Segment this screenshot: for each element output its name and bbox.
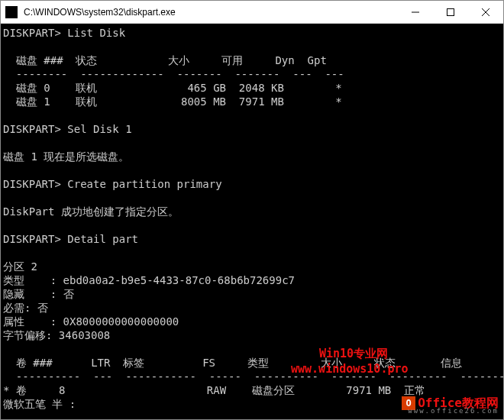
command-text: Detail part	[67, 233, 138, 245]
ime-status: 微软五笔 半 :	[3, 398, 76, 410]
output-line: 分区 2	[3, 260, 37, 273]
maximize-icon	[447, 8, 454, 16]
output-line: 磁盘 1 现在是所选磁盘。	[3, 150, 129, 163]
app-window: C:\WINDOWS\system32\diskpart.exe DISKPAR…	[0, 0, 504, 420]
output-line: 隐藏 : 否	[3, 288, 74, 300]
console-output[interactable]: DISKPART> List Disk 磁盘 ### 状态 大小 可用 Dyn …	[1, 24, 503, 419]
output-line: 属性 : 0X8000000000000000	[3, 315, 179, 328]
window-controls	[398, 1, 503, 23]
command-text: Create partition primary	[67, 178, 221, 190]
table-row: 磁盘 0 联机 465 GB 2048 KB *	[3, 82, 342, 94]
command-text: Sel Disk 1	[67, 123, 131, 135]
svg-rect-1	[447, 8, 454, 15]
app-icon	[5, 6, 18, 18]
prompt: DISKPART>	[3, 123, 61, 135]
table-header: 磁盘 ### 状态 大小 可用 Dyn Gpt	[3, 54, 327, 66]
output-line: 类型 : ebd0a0a2-b9e5-4433-87c0-68b6b72699c…	[3, 274, 295, 286]
command-text: List Disk	[67, 27, 125, 39]
prompt: DISKPART>	[3, 27, 61, 39]
window-title: C:\WINDOWS\system32\diskpart.exe	[22, 7, 398, 18]
prompt: DISKPART>	[3, 233, 61, 245]
close-button[interactable]	[468, 1, 503, 23]
watermark-brand2-sub: www.office26.com	[408, 404, 499, 418]
output-line: DiskPart 成功地创建了指定分区。	[3, 205, 179, 218]
prompt: DISKPART>	[3, 178, 61, 190]
output-line: 字节偏移: 34603008	[3, 329, 110, 341]
table-row: 磁盘 1 联机 8005 MB 7971 MB *	[3, 95, 342, 108]
table-divider: ---------- --- ----------- ----- -------…	[3, 370, 503, 383]
output-line: 必需: 否	[3, 302, 48, 314]
table-row: * 卷 8 RAW 磁盘分区 7971 MB 正常	[3, 384, 425, 396]
minimize-icon	[412, 8, 419, 16]
table-divider: -------- ------------- ------- ------- -…	[3, 68, 344, 80]
titlebar[interactable]: C:\WINDOWS\system32\diskpart.exe	[1, 1, 503, 24]
maximize-button[interactable]	[433, 1, 468, 23]
close-icon	[482, 8, 489, 16]
table-header: 卷 ### LTR 标签 FS 类型 大小 状态 信息	[3, 357, 462, 369]
minimize-button[interactable]	[398, 1, 433, 23]
